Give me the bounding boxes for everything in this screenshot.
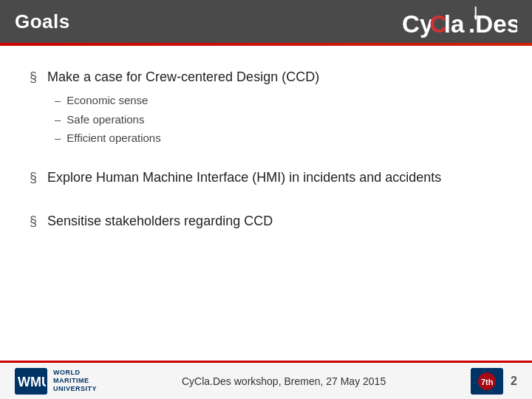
bullet-item-1: § Make a case for Crew-centered Design (… [30, 68, 502, 148]
bullet-main-text-1: Make a case for Crew-centered Design (CC… [47, 68, 502, 86]
svg-text:la: la [443, 10, 464, 38]
sub-bullet-1-2: – Safe operations [55, 110, 502, 129]
bullet-icon-1: § [30, 69, 37, 85]
bullet-content-3: Sensitise stakeholders regarding CCD [47, 212, 502, 235]
footer-workshop-text: CyCla.Des workshop, Bremen, 27 May 2015 [112, 375, 456, 387]
sub-bullet-1-1: – Economic sense [55, 91, 502, 110]
footer-bar: WMU WORLD MARITIME UNIVERSITY CyCla.Des … [0, 361, 532, 399]
bullet-item-2: § Explore Human Machine Interface (HMI) … [30, 168, 502, 191]
bullet-icon-2: § [30, 170, 37, 185]
wmu-line2: MARITIME [53, 377, 97, 385]
svg-text:.Des: .Des [468, 10, 517, 38]
wmu-line1: WORLD [53, 369, 97, 377]
sub-bullet-text-1-2: Safe operations [66, 110, 144, 129]
wmu-line3: UNIVERSITY [53, 385, 97, 393]
header-bar: Goals Cy C la .Des [0, 0, 532, 43]
bullet-item-3: § Sensitise stakeholders regarding CCD [30, 212, 502, 235]
dash-icon-3: – [55, 129, 61, 148]
bullet-main-text-2: Explore Human Machine Interface (HMI) in… [47, 168, 502, 187]
bullet-content-1: Make a case for Crew-centered Design (CC… [47, 68, 502, 148]
footer-logo-area: WMU WORLD MARITIME UNIVERSITY [15, 368, 97, 395]
dash-icon-2: – [55, 110, 61, 129]
sub-bullet-text-1-3: Efficient operations [66, 129, 160, 148]
page-number: 2 [511, 375, 517, 388]
sub-bullet-text-1-1: Economic sense [66, 91, 148, 110]
bullet-main-text-3: Sensitise stakeholders regarding CCD [47, 212, 502, 231]
sub-bullet-1-3: – Efficient operations [55, 129, 502, 148]
page-title: Goals [15, 10, 70, 33]
sub-bullets-1: – Economic sense – Safe operations – Eff… [55, 91, 502, 148]
main-content: § Make a case for Crew-centered Design (… [0, 46, 532, 270]
wmu-text-block: WORLD MARITIME UNIVERSITY [53, 369, 97, 392]
wmu-logo-box: WMU [15, 368, 47, 395]
svg-text:7th: 7th [481, 378, 494, 386]
svg-text:WMU: WMU [18, 375, 46, 389]
footer-right-area: 7th 2 [471, 368, 517, 395]
cycla-logo: Cy C la .Des [402, 5, 517, 38]
dash-icon-1: – [55, 91, 61, 110]
bullet-content-2: Explore Human Machine Interface (HMI) in… [47, 168, 502, 191]
bullet-icon-3: § [30, 214, 37, 229]
footer-badge-logo: 7th [471, 368, 503, 395]
